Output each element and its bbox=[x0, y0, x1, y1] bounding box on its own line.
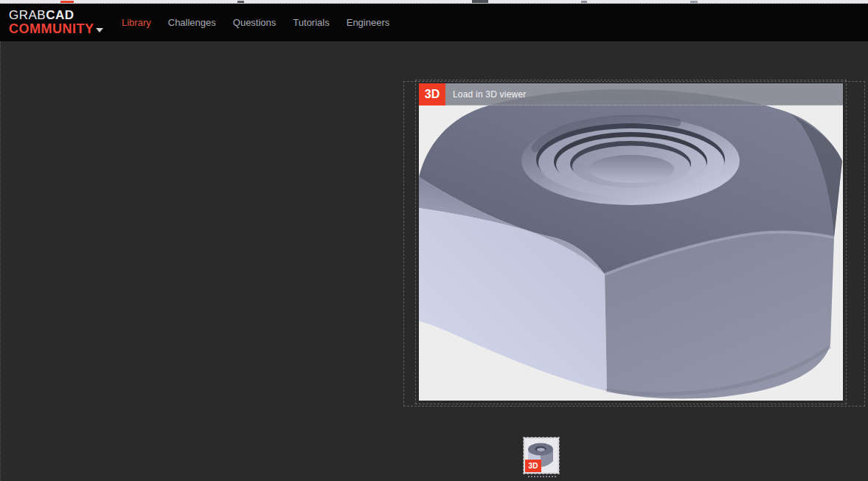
grabcad-logo[interactable]: GRABCAD COMMUNITY bbox=[9, 9, 94, 36]
page: GRABCAD COMMUNITY Library Challenges Que… bbox=[0, 0, 868, 481]
nav-item-tutorials[interactable]: Tutorials bbox=[293, 17, 329, 28]
model-thumbnail[interactable]: 3D bbox=[524, 437, 559, 474]
browser-chrome-fragment bbox=[581, 1, 587, 3]
3d-badge-icon: 3D bbox=[419, 83, 445, 105]
page-edge-dots bbox=[0, 41, 1, 481]
thumbnail-row-dots bbox=[528, 476, 556, 477]
top-navbar: GRABCAD COMMUNITY Library Challenges Que… bbox=[0, 4, 868, 41]
3d-badge-icon-small: 3D bbox=[525, 460, 541, 472]
browser-chrome-fragment bbox=[472, 0, 488, 3]
browser-chrome-fragment bbox=[237, 1, 244, 3]
browser-chrome-fragment-red bbox=[60, 1, 74, 3]
nav-item-questions[interactable]: Questions bbox=[233, 17, 277, 28]
nav-item-engineers[interactable]: Engineers bbox=[347, 17, 390, 28]
nav-item-challenges[interactable]: Challenges bbox=[168, 17, 216, 28]
model-thumbnail-image: 3D bbox=[525, 439, 558, 472]
browser-chrome-fragment bbox=[690, 1, 698, 3]
caret-down-icon[interactable] bbox=[96, 28, 103, 32]
load-in-3d-viewer-button[interactable]: 3D Load in 3D viewer bbox=[419, 83, 843, 105]
logo-line2: COMMUNITY bbox=[9, 22, 94, 36]
viewer-bar-label: Load in 3D viewer bbox=[453, 89, 526, 100]
model-viewer[interactable]: 3D Load in 3D viewer bbox=[419, 83, 843, 401]
hex-nut-3d-render bbox=[419, 83, 843, 401]
main-nav: Library Challenges Questions Tutorials E… bbox=[122, 4, 389, 41]
logo-line1: GRABCAD bbox=[9, 9, 94, 22]
nav-item-library[interactable]: Library bbox=[122, 17, 151, 28]
